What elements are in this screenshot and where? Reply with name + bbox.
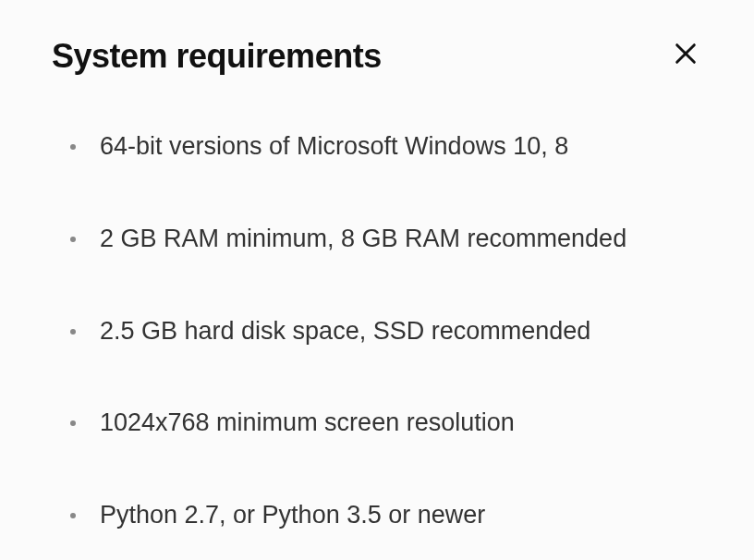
list-item: 2.5 GB hard disk space, SSD recommended	[70, 314, 702, 349]
page-title: System requirements	[52, 37, 382, 76]
requirements-list: 64-bit versions of Microsoft Windows 10,…	[52, 129, 702, 533]
close-icon	[673, 41, 699, 67]
list-item: Python 2.7, or Python 3.5 or newer	[70, 498, 702, 533]
list-item: 64-bit versions of Microsoft Windows 10,…	[70, 129, 702, 164]
list-item: 1024x768 minimum screen resolution	[70, 406, 702, 441]
close-button[interactable]	[669, 37, 702, 70]
list-item: 2 GB RAM minimum, 8 GB RAM recommended	[70, 222, 702, 257]
